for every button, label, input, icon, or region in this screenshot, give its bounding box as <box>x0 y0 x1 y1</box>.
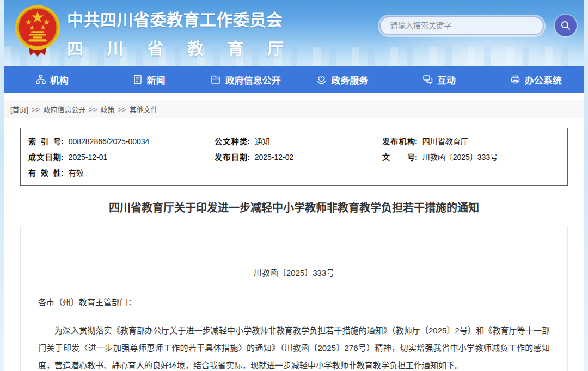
meta-label: 发布日期 <box>215 150 247 165</box>
article-content-box: 川教函〔2025〕333号 各市（州）教育主管部门： 为深入贯彻落实《教育部办公… <box>20 226 568 371</box>
breadcrumb-policy-link[interactable]: 政策 <box>101 106 115 114</box>
chat-bubbles-icon <box>422 75 433 84</box>
info-disclosure-icon <box>211 75 221 84</box>
meta-label: 索引号 <box>28 134 61 150</box>
meta-document-number: 文号:川教函〔2025〕333号 <box>382 150 560 165</box>
nav-item-services[interactable]: 政务服务 <box>294 66 391 93</box>
breadcrumb-info-disclosure-link[interactable]: 政府信息公开 <box>43 106 85 114</box>
breadcrumb-home-link[interactable]: [首页] <box>10 106 28 114</box>
search-area <box>379 15 577 36</box>
meta-issuing-agency: 发布机构:四川省教育厅 <box>382 134 560 150</box>
meta-label: 成文日期 <box>28 150 61 165</box>
document-meta-table: 索引号:008282866/2025-00034 公文种类:通知 发布机构:四川… <box>20 128 568 186</box>
meta-label: 发布机构 <box>382 134 415 150</box>
site-titles: 中共四川省委教育工作委员会 四川省教育厅 <box>67 7 284 59</box>
meta-validity: 有效性:有效 <box>28 165 215 181</box>
breadcrumb: [首页]>>政府信息公开>>政策>>其他文件 <box>4 100 584 118</box>
service-heart-icon <box>316 75 327 84</box>
meta-value: 2025-12-02 <box>255 153 294 162</box>
meta-value: 2025-12-01 <box>69 153 108 162</box>
meta-value: 川教函〔2025〕333号 <box>422 153 498 162</box>
meta-publish-date: 发布日期:2025-12-02 <box>215 150 382 165</box>
meta-document-type: 公文种类:通知 <box>215 134 382 150</box>
article-paragraph: 为深入贯彻落实《教育部办公厅关于进一步减轻中小学教师非教育教学负担若干措施的通知… <box>38 322 550 371</box>
search-button[interactable] <box>555 15 577 36</box>
org-name-committee: 中共四川省委教育工作委员会 <box>67 7 284 30</box>
meta-label: 有效性 <box>28 165 61 181</box>
meta-value: 通知 <box>255 137 270 146</box>
breadcrumb-other-docs-link[interactable]: 其他文件 <box>130 106 158 114</box>
org-name-department: 四川省教育厅 <box>67 35 284 59</box>
breadcrumb-separator: >> <box>32 106 40 114</box>
page-title: 四川省教育厅关于印发进一步减轻中小学教师非教育教学负担若干措施的通知 <box>4 199 584 215</box>
nav-item-info-disclosure[interactable]: 政府信息公开 <box>197 66 294 93</box>
breadcrumb-separator: >> <box>118 106 126 114</box>
nav-item-office-system[interactable]: 办公系统 <box>487 66 584 93</box>
document-number-line: 川教函〔2025〕333号 <box>38 267 550 278</box>
main-nav: 机构 新闻 政府信息公开 <box>4 66 584 93</box>
meta-label: 文号 <box>382 150 415 165</box>
meta-index-number: 索引号:008282866/2025-00034 <box>28 134 215 150</box>
page-container: 中共四川省委教育工作委员会 四川省教育厅 机构 <box>4 0 584 371</box>
office-system-icon <box>510 75 520 84</box>
nav-label: 政务服务 <box>331 73 368 86</box>
breadcrumb-separator: >> <box>89 106 97 114</box>
org-chart-icon <box>36 75 46 84</box>
nav-item-org[interactable]: 机构 <box>4 66 101 93</box>
search-input[interactable] <box>379 16 544 35</box>
meta-value: 有效 <box>69 169 84 177</box>
nav-label: 办公系统 <box>525 73 562 86</box>
nav-item-news[interactable]: 新闻 <box>101 66 198 93</box>
site-banner: 中共四川省委教育工作委员会 四川省教育厅 <box>4 0 584 66</box>
salutation-line: 各市（州）教育主管部门： <box>38 296 550 307</box>
nav-item-interaction[interactable]: 互动 <box>391 66 488 93</box>
meta-written-date: 成文日期:2025-12-01 <box>28 150 215 165</box>
nav-label: 机构 <box>50 73 69 86</box>
meta-value: 四川省教育厅 <box>422 137 468 146</box>
national-emblem-icon <box>15 4 60 59</box>
meta-value: 008282866/2025-00034 <box>69 137 150 146</box>
news-icon <box>133 75 143 84</box>
nav-label: 新闻 <box>147 73 166 86</box>
search-icon <box>560 20 571 31</box>
meta-label: 公文种类 <box>215 134 247 150</box>
nav-label: 政府信息公开 <box>225 73 281 86</box>
nav-label: 互动 <box>437 73 456 86</box>
